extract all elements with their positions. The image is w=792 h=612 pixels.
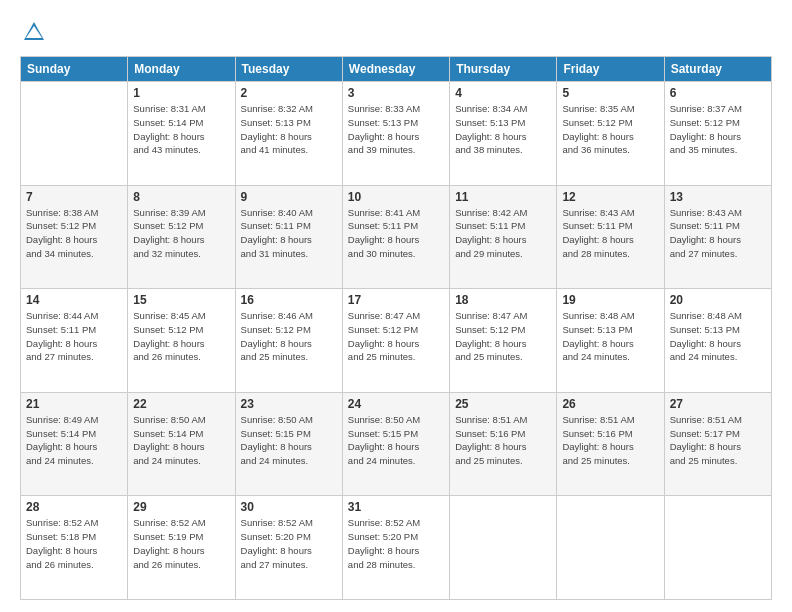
day-info: Sunrise: 8:34 AM Sunset: 5:13 PM Dayligh… <box>455 102 551 157</box>
day-number: 3 <box>348 86 444 100</box>
calendar-table: SundayMondayTuesdayWednesdayThursdayFrid… <box>20 56 772 600</box>
calendar-cell: 26Sunrise: 8:51 AM Sunset: 5:16 PM Dayli… <box>557 392 664 496</box>
day-number: 28 <box>26 500 122 514</box>
day-info: Sunrise: 8:46 AM Sunset: 5:12 PM Dayligh… <box>241 309 337 364</box>
day-info: Sunrise: 8:37 AM Sunset: 5:12 PM Dayligh… <box>670 102 766 157</box>
calendar-cell: 27Sunrise: 8:51 AM Sunset: 5:17 PM Dayli… <box>664 392 771 496</box>
day-info: Sunrise: 8:41 AM Sunset: 5:11 PM Dayligh… <box>348 206 444 261</box>
calendar-cell <box>664 496 771 600</box>
logo-icon <box>20 18 48 46</box>
day-number: 4 <box>455 86 551 100</box>
day-info: Sunrise: 8:40 AM Sunset: 5:11 PM Dayligh… <box>241 206 337 261</box>
day-number: 8 <box>133 190 229 204</box>
calendar-cell: 25Sunrise: 8:51 AM Sunset: 5:16 PM Dayli… <box>450 392 557 496</box>
day-info: Sunrise: 8:51 AM Sunset: 5:16 PM Dayligh… <box>562 413 658 468</box>
day-number: 19 <box>562 293 658 307</box>
day-number: 1 <box>133 86 229 100</box>
day-number: 22 <box>133 397 229 411</box>
day-info: Sunrise: 8:47 AM Sunset: 5:12 PM Dayligh… <box>348 309 444 364</box>
calendar-cell: 21Sunrise: 8:49 AM Sunset: 5:14 PM Dayli… <box>21 392 128 496</box>
calendar-cell <box>21 82 128 186</box>
calendar-cell: 19Sunrise: 8:48 AM Sunset: 5:13 PM Dayli… <box>557 289 664 393</box>
day-number: 27 <box>670 397 766 411</box>
weekday-header-sunday: Sunday <box>21 57 128 82</box>
calendar-cell: 13Sunrise: 8:43 AM Sunset: 5:11 PM Dayli… <box>664 185 771 289</box>
day-number: 31 <box>348 500 444 514</box>
day-number: 11 <box>455 190 551 204</box>
calendar-cell: 4Sunrise: 8:34 AM Sunset: 5:13 PM Daylig… <box>450 82 557 186</box>
weekday-header-thursday: Thursday <box>450 57 557 82</box>
calendar-cell: 3Sunrise: 8:33 AM Sunset: 5:13 PM Daylig… <box>342 82 449 186</box>
weekday-header-tuesday: Tuesday <box>235 57 342 82</box>
day-info: Sunrise: 8:50 AM Sunset: 5:15 PM Dayligh… <box>241 413 337 468</box>
day-number: 17 <box>348 293 444 307</box>
calendar-cell: 17Sunrise: 8:47 AM Sunset: 5:12 PM Dayli… <box>342 289 449 393</box>
day-number: 15 <box>133 293 229 307</box>
day-info: Sunrise: 8:51 AM Sunset: 5:16 PM Dayligh… <box>455 413 551 468</box>
day-number: 7 <box>26 190 122 204</box>
day-info: Sunrise: 8:47 AM Sunset: 5:12 PM Dayligh… <box>455 309 551 364</box>
day-number: 6 <box>670 86 766 100</box>
day-info: Sunrise: 8:38 AM Sunset: 5:12 PM Dayligh… <box>26 206 122 261</box>
day-number: 26 <box>562 397 658 411</box>
calendar-cell: 18Sunrise: 8:47 AM Sunset: 5:12 PM Dayli… <box>450 289 557 393</box>
day-info: Sunrise: 8:48 AM Sunset: 5:13 PM Dayligh… <box>562 309 658 364</box>
day-number: 25 <box>455 397 551 411</box>
day-info: Sunrise: 8:50 AM Sunset: 5:14 PM Dayligh… <box>133 413 229 468</box>
day-info: Sunrise: 8:32 AM Sunset: 5:13 PM Dayligh… <box>241 102 337 157</box>
weekday-header-friday: Friday <box>557 57 664 82</box>
day-number: 13 <box>670 190 766 204</box>
day-number: 10 <box>348 190 444 204</box>
calendar-cell <box>450 496 557 600</box>
week-row-2: 7Sunrise: 8:38 AM Sunset: 5:12 PM Daylig… <box>21 185 772 289</box>
calendar-cell: 22Sunrise: 8:50 AM Sunset: 5:14 PM Dayli… <box>128 392 235 496</box>
weekday-header-monday: Monday <box>128 57 235 82</box>
calendar-cell: 23Sunrise: 8:50 AM Sunset: 5:15 PM Dayli… <box>235 392 342 496</box>
day-info: Sunrise: 8:52 AM Sunset: 5:20 PM Dayligh… <box>348 516 444 571</box>
day-number: 5 <box>562 86 658 100</box>
day-number: 29 <box>133 500 229 514</box>
day-info: Sunrise: 8:43 AM Sunset: 5:11 PM Dayligh… <box>670 206 766 261</box>
calendar-cell: 28Sunrise: 8:52 AM Sunset: 5:18 PM Dayli… <box>21 496 128 600</box>
day-info: Sunrise: 8:33 AM Sunset: 5:13 PM Dayligh… <box>348 102 444 157</box>
calendar-cell: 9Sunrise: 8:40 AM Sunset: 5:11 PM Daylig… <box>235 185 342 289</box>
day-info: Sunrise: 8:45 AM Sunset: 5:12 PM Dayligh… <box>133 309 229 364</box>
calendar-cell: 2Sunrise: 8:32 AM Sunset: 5:13 PM Daylig… <box>235 82 342 186</box>
day-info: Sunrise: 8:44 AM Sunset: 5:11 PM Dayligh… <box>26 309 122 364</box>
week-row-5: 28Sunrise: 8:52 AM Sunset: 5:18 PM Dayli… <box>21 496 772 600</box>
day-number: 23 <box>241 397 337 411</box>
day-info: Sunrise: 8:49 AM Sunset: 5:14 PM Dayligh… <box>26 413 122 468</box>
day-number: 24 <box>348 397 444 411</box>
calendar-cell: 29Sunrise: 8:52 AM Sunset: 5:19 PM Dayli… <box>128 496 235 600</box>
calendar-cell: 1Sunrise: 8:31 AM Sunset: 5:14 PM Daylig… <box>128 82 235 186</box>
day-number: 20 <box>670 293 766 307</box>
day-info: Sunrise: 8:48 AM Sunset: 5:13 PM Dayligh… <box>670 309 766 364</box>
week-row-4: 21Sunrise: 8:49 AM Sunset: 5:14 PM Dayli… <box>21 392 772 496</box>
day-number: 12 <box>562 190 658 204</box>
weekday-header-wednesday: Wednesday <box>342 57 449 82</box>
day-info: Sunrise: 8:31 AM Sunset: 5:14 PM Dayligh… <box>133 102 229 157</box>
header <box>20 18 772 46</box>
calendar-cell: 14Sunrise: 8:44 AM Sunset: 5:11 PM Dayli… <box>21 289 128 393</box>
day-info: Sunrise: 8:52 AM Sunset: 5:18 PM Dayligh… <box>26 516 122 571</box>
calendar-cell: 30Sunrise: 8:52 AM Sunset: 5:20 PM Dayli… <box>235 496 342 600</box>
calendar-cell: 16Sunrise: 8:46 AM Sunset: 5:12 PM Dayli… <box>235 289 342 393</box>
day-info: Sunrise: 8:52 AM Sunset: 5:19 PM Dayligh… <box>133 516 229 571</box>
calendar-cell: 11Sunrise: 8:42 AM Sunset: 5:11 PM Dayli… <box>450 185 557 289</box>
weekday-header-row: SundayMondayTuesdayWednesdayThursdayFrid… <box>21 57 772 82</box>
calendar-cell: 6Sunrise: 8:37 AM Sunset: 5:12 PM Daylig… <box>664 82 771 186</box>
day-info: Sunrise: 8:42 AM Sunset: 5:11 PM Dayligh… <box>455 206 551 261</box>
calendar-cell: 20Sunrise: 8:48 AM Sunset: 5:13 PM Dayli… <box>664 289 771 393</box>
week-row-1: 1Sunrise: 8:31 AM Sunset: 5:14 PM Daylig… <box>21 82 772 186</box>
day-number: 18 <box>455 293 551 307</box>
day-number: 2 <box>241 86 337 100</box>
day-info: Sunrise: 8:35 AM Sunset: 5:12 PM Dayligh… <box>562 102 658 157</box>
day-info: Sunrise: 8:51 AM Sunset: 5:17 PM Dayligh… <box>670 413 766 468</box>
svg-marker-1 <box>26 26 42 38</box>
calendar-cell: 31Sunrise: 8:52 AM Sunset: 5:20 PM Dayli… <box>342 496 449 600</box>
day-info: Sunrise: 8:39 AM Sunset: 5:12 PM Dayligh… <box>133 206 229 261</box>
calendar-cell: 12Sunrise: 8:43 AM Sunset: 5:11 PM Dayli… <box>557 185 664 289</box>
week-row-3: 14Sunrise: 8:44 AM Sunset: 5:11 PM Dayli… <box>21 289 772 393</box>
weekday-header-saturday: Saturday <box>664 57 771 82</box>
page: SundayMondayTuesdayWednesdayThursdayFrid… <box>0 0 792 612</box>
